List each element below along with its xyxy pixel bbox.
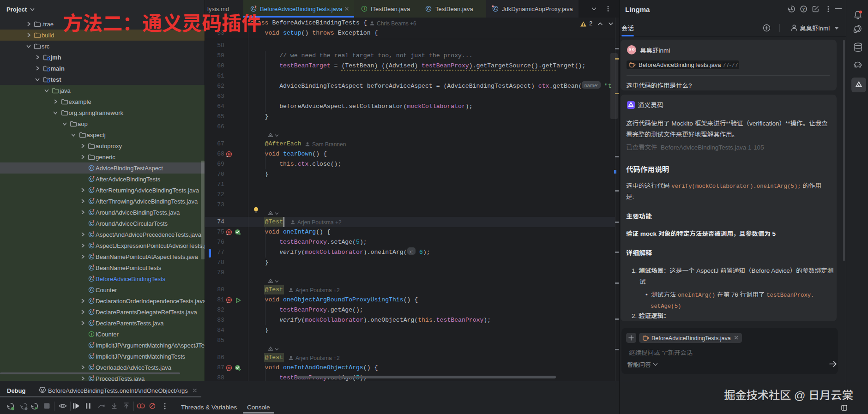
svg-text:?: ? xyxy=(802,7,805,12)
svg-text:C: C xyxy=(494,7,497,11)
svg-text:C: C xyxy=(90,321,93,325)
svg-text:C: C xyxy=(427,7,430,11)
svg-text:C: C xyxy=(90,166,93,170)
svg-text:C: C xyxy=(90,177,93,181)
svg-text:C: C xyxy=(90,354,93,359)
svg-text:I: I xyxy=(91,332,92,336)
svg-text:M: M xyxy=(228,298,230,302)
svg-text:C: C xyxy=(90,199,93,204)
svg-text:C: C xyxy=(90,277,93,281)
svg-text:C: C xyxy=(90,299,93,303)
svg-text:C: C xyxy=(90,366,93,370)
svg-text:C: C xyxy=(90,188,93,192)
svg-text:M: M xyxy=(228,152,230,156)
svg-text:C: C xyxy=(90,377,93,381)
svg-text:C: C xyxy=(90,266,93,270)
svg-text:C: C xyxy=(90,255,93,259)
svg-text:C: C xyxy=(90,288,93,292)
svg-text:I: I xyxy=(364,7,365,11)
svg-text:C: C xyxy=(90,244,93,248)
svg-text:C: C xyxy=(90,310,93,314)
svg-text:M: M xyxy=(228,366,230,370)
svg-text:C: C xyxy=(90,233,93,237)
svg-text:C: C xyxy=(90,343,93,348)
svg-text:C: C xyxy=(90,210,93,215)
svg-text:M: M xyxy=(228,230,230,234)
svg-text:C: C xyxy=(90,222,93,226)
